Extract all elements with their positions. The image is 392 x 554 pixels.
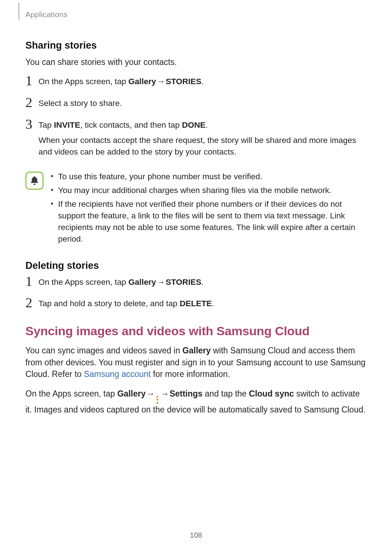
text: Tap and hold a story to delete, and tap xyxy=(38,299,180,308)
header-section-label: Applications xyxy=(25,10,68,19)
step-body: Tap INVITE, tick contacts, and then tap … xyxy=(38,119,367,161)
step-number: 2 xyxy=(25,95,38,109)
text: You can sync images and videos saved in xyxy=(25,346,183,355)
content: Sharing stories You can share stories wi… xyxy=(25,11,367,415)
settings-label: Settings xyxy=(170,389,203,398)
cloud-sync-label: Cloud sync xyxy=(249,389,294,398)
gallery-label: Gallery xyxy=(117,389,146,398)
note-list: To use this feature, your phone number m… xyxy=(49,171,367,247)
step-body: Select a story to share. xyxy=(38,98,367,113)
step-number: 3 xyxy=(25,117,38,131)
more-options-icon xyxy=(156,396,159,404)
sync-para-2: On the Apps screen, tap Gallery → → Sett… xyxy=(25,388,367,415)
gallery-label: Gallery xyxy=(183,346,211,355)
text: On the Apps screen, tap xyxy=(38,77,128,86)
text: On the Apps screen, tap xyxy=(25,389,117,398)
arrow-icon: → xyxy=(146,388,155,399)
stories-label: STORIES xyxy=(166,278,201,287)
sharing-step-3: 3 Tap INVITE, tick contacts, and then ta… xyxy=(25,119,367,161)
arrow-icon: → xyxy=(156,276,166,288)
stories-label: STORIES xyxy=(166,77,201,86)
gallery-label: Gallery xyxy=(128,278,156,287)
text: Tap xyxy=(38,120,54,130)
step-body: On the Apps screen, tap Gallery → STORIE… xyxy=(38,76,367,91)
text: On the Apps screen, tap xyxy=(38,278,128,287)
step-number: 2 xyxy=(25,296,38,309)
note-item: You may incur additional charges when sh… xyxy=(49,185,367,196)
note-item: If the recipients have not verified thei… xyxy=(49,198,367,245)
deleting-step-1: 1 On the Apps screen, tap Gallery → STOR… xyxy=(25,276,367,292)
text: . xyxy=(201,278,204,287)
note-block: To use this feature, your phone number m… xyxy=(25,171,367,247)
samsung-account-link[interactable]: Samsung account xyxy=(84,369,151,379)
step-number: 1 xyxy=(25,274,38,288)
arrow-icon: → xyxy=(160,388,170,399)
page-number: 108 xyxy=(0,531,392,539)
text: When your contacts accept the share requ… xyxy=(38,135,367,158)
sharing-steps: 1 On the Apps screen, tap Gallery → STOR… xyxy=(25,76,367,161)
text: . xyxy=(201,77,204,86)
text: Select a story to share. xyxy=(38,98,367,109)
text: and tap the xyxy=(203,389,249,398)
deleting-heading: Deleting stories xyxy=(25,260,367,271)
step-body: Tap and hold a story to delete, and tap … xyxy=(38,298,367,313)
delete-label: DELETE xyxy=(180,299,212,308)
sync-heading: Syncing images and videos with Samsung C… xyxy=(25,324,367,338)
deleting-steps: 1 On the Apps screen, tap Gallery → STOR… xyxy=(25,276,367,313)
gallery-label: Gallery xyxy=(128,77,156,86)
sharing-step-1: 1 On the Apps screen, tap Gallery → STOR… xyxy=(25,76,367,91)
arrow-icon: → xyxy=(156,76,166,87)
deleting-step-2: 2 Tap and hold a story to delete, and ta… xyxy=(25,298,367,313)
sync-para-1: You can sync images and videos saved in … xyxy=(25,345,367,380)
header-rule xyxy=(19,3,19,20)
step-body: On the Apps screen, tap Gallery → STORIE… xyxy=(38,276,367,292)
step-number: 1 xyxy=(25,74,38,87)
text: . xyxy=(205,120,208,130)
text: for more information. xyxy=(151,369,230,379)
done-label: DONE xyxy=(182,120,205,130)
note-bell-icon xyxy=(25,172,44,190)
sharing-step-2: 2 Select a story to share. xyxy=(25,98,367,113)
note-item: To use this feature, your phone number m… xyxy=(49,171,367,182)
page: Applications Sharing stories You can sha… xyxy=(0,0,392,554)
text: , tick contacts, and then tap xyxy=(80,120,182,130)
invite-label: INVITE xyxy=(54,120,81,130)
text: . xyxy=(212,299,214,308)
sharing-heading: Sharing stories xyxy=(25,40,367,51)
sharing-intro: You can share stories with your contacts… xyxy=(25,56,367,68)
